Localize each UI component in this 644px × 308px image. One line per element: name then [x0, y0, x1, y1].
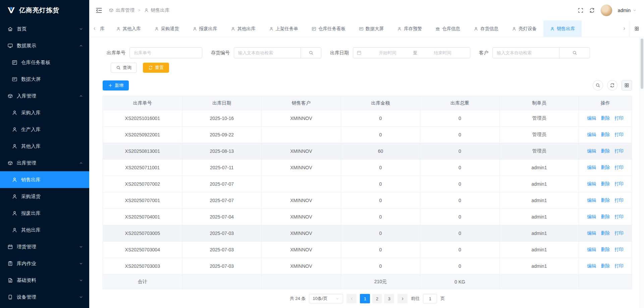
sidebar-item[interactable]: 理货管理	[0, 238, 89, 255]
delete-link[interactable]: 删除	[601, 231, 610, 236]
tab[interactable]: 数据大屏	[352, 20, 390, 37]
tab[interactable]: 采购退货	[148, 20, 186, 37]
print-link[interactable]: 打印	[614, 247, 624, 252]
next-page-button[interactable]	[397, 294, 408, 303]
fullscreen-icon[interactable]	[578, 7, 584, 13]
sidebar-item[interactable]: 销售出库	[0, 171, 89, 188]
edit-link[interactable]: 编辑	[587, 231, 596, 236]
delete-link[interactable]: 删除	[601, 148, 610, 153]
tabs-scroll-left-button[interactable]	[89, 20, 99, 37]
delete-link[interactable]: 删除	[601, 181, 610, 186]
delete-link[interactable]: 删除	[601, 116, 610, 121]
table-row[interactable]: XS20250707002 2025-07-07 0 0 admin1 编辑 删…	[103, 176, 632, 192]
sidebar-item[interactable]: 出库管理	[0, 155, 89, 171]
sidebar-item[interactable]: 采购退货	[0, 188, 89, 205]
sidebar-item[interactable]: 仓库任务看板	[0, 54, 89, 71]
edit-link[interactable]: 编辑	[587, 198, 596, 203]
sidebar-item[interactable]: 数据展示	[0, 37, 89, 54]
print-link[interactable]: 打印	[614, 132, 624, 137]
stock-code-search-button[interactable]	[301, 47, 321, 58]
sidebar-item[interactable]: 库内作业	[0, 255, 89, 272]
sidebar-item[interactable]: 数据大屏	[0, 71, 89, 87]
tab[interactable]: 库	[99, 20, 109, 37]
avatar[interactable]	[600, 4, 612, 16]
table-row[interactable]: XS20250922001 2025-09-22 0 0 管理员 编辑 删除 打…	[103, 127, 632, 143]
search-button[interactable]: 查询	[111, 63, 137, 73]
order-no-input[interactable]	[129, 47, 202, 58]
table-row[interactable]: XS20250707001 2025-07-07 XMINNOV 0 0 adm…	[103, 192, 632, 209]
sidebar-item[interactable]: 报废出库	[0, 205, 89, 222]
prev-page-button[interactable]	[346, 294, 357, 303]
table-row[interactable]: XS20250703005 2025-07-03 XMINNOV 0 0 adm…	[103, 225, 632, 242]
edit-link[interactable]: 编辑	[587, 165, 596, 170]
table-row[interactable]: XS20250703004 2025-07-03 XMINNOV 0 0 adm…	[103, 242, 632, 258]
date-range-picker[interactable]: 开始时间 至 结束时间	[353, 47, 470, 58]
sidebar-item[interactable]: 其他出库	[0, 222, 89, 238]
edit-link[interactable]: 编辑	[587, 247, 596, 252]
delete-link[interactable]: 删除	[601, 247, 610, 252]
print-link[interactable]: 打印	[614, 181, 624, 186]
table-row[interactable]: XS20250711001 2025-07-11 XMINNOV 0 0 adm…	[103, 160, 632, 176]
tab[interactable]: 亮灯设备	[505, 20, 543, 37]
column-settings-button[interactable]	[622, 80, 632, 90]
edit-link[interactable]: 编辑	[587, 148, 596, 153]
tabs-menu-button[interactable]	[629, 20, 644, 37]
edit-link[interactable]: 编辑	[587, 132, 596, 137]
tabs-scroll-right-button[interactable]	[619, 20, 629, 37]
table-row[interactable]: XS20250813001 2025-08-13 XMINNOV 60 0 管理…	[103, 143, 632, 160]
edit-link[interactable]: 编辑	[587, 116, 596, 121]
add-button[interactable]: 新增	[103, 80, 129, 90]
scrollbar-thumb[interactable]	[641, 39, 643, 89]
print-link[interactable]: 打印	[614, 198, 624, 203]
goto-page-input[interactable]	[423, 294, 437, 303]
stock-code-input[interactable]	[234, 47, 301, 58]
edit-link[interactable]: 编辑	[587, 214, 596, 219]
tab[interactable]: 其他入库	[109, 20, 148, 37]
tab[interactable]: 其他出库	[224, 20, 262, 37]
page-button[interactable]: 3	[384, 294, 394, 303]
tab[interactable]: 销售出库	[543, 20, 582, 37]
delete-link[interactable]: 删除	[601, 214, 610, 219]
sidebar-item[interactable]: 基础资料	[0, 272, 89, 289]
table-search-button[interactable]	[593, 80, 603, 90]
reset-button[interactable]: 重置	[143, 63, 169, 73]
table-refresh-button[interactable]	[607, 80, 618, 90]
customer-search-button[interactable]	[559, 47, 590, 58]
page-size-select[interactable]: 10条/页	[309, 294, 343, 303]
sidebar-item[interactable]: 首页	[0, 20, 89, 37]
print-link[interactable]: 打印	[614, 148, 624, 153]
edit-link[interactable]: 编辑	[587, 263, 596, 268]
table-row[interactable]: XS20250703003 2025-07-03 XMINNOV 0 0 adm…	[103, 258, 632, 274]
table-row[interactable]: XS20251016001 2025-10-16 XMINNOV 0 0 管理员…	[103, 110, 632, 127]
customer-input[interactable]	[492, 47, 559, 58]
tab[interactable]: 仓库信息	[429, 20, 467, 37]
print-link[interactable]: 打印	[614, 165, 624, 170]
sidebar-item[interactable]: 入库管理	[0, 87, 89, 104]
sidebar-item[interactable]: 其他入库	[0, 138, 89, 155]
tab[interactable]: 仓库任务看板	[305, 20, 352, 37]
print-link[interactable]: 打印	[614, 214, 624, 219]
print-link[interactable]: 打印	[614, 263, 624, 268]
delete-link[interactable]: 删除	[601, 198, 610, 203]
tab[interactable]: 库存预警	[390, 20, 429, 37]
delete-link[interactable]: 删除	[601, 165, 610, 170]
sidebar-item[interactable]: 生产入库	[0, 121, 89, 138]
delete-link[interactable]: 删除	[601, 263, 610, 268]
table-row[interactable]: XS20250704001 2025-07-04 XMINNOV 0 0 adm…	[103, 209, 632, 225]
edit-link[interactable]: 编辑	[587, 181, 596, 186]
print-link[interactable]: 打印	[614, 116, 624, 121]
page-button[interactable]: 2	[372, 294, 382, 303]
tab[interactable]: 上架任务单	[262, 20, 305, 37]
tab[interactable]: 报废出库	[186, 20, 224, 37]
sidebar-item[interactable]: 设备管理	[0, 289, 89, 305]
refresh-icon[interactable]	[589, 7, 595, 13]
print-link[interactable]: 打印	[614, 231, 624, 236]
tab[interactable]: 存货信息	[467, 20, 505, 37]
breadcrumb-item[interactable]: 出库管理	[109, 7, 135, 13]
sidebar-collapse-icon[interactable]	[95, 7, 103, 14]
vertical-scrollbar[interactable]	[640, 38, 644, 308]
user-menu[interactable]: admin	[618, 8, 637, 13]
sidebar-item[interactable]: 采购入库	[0, 104, 89, 121]
delete-link[interactable]: 删除	[601, 132, 610, 137]
breadcrumb-item[interactable]: 销售出库	[144, 7, 170, 13]
